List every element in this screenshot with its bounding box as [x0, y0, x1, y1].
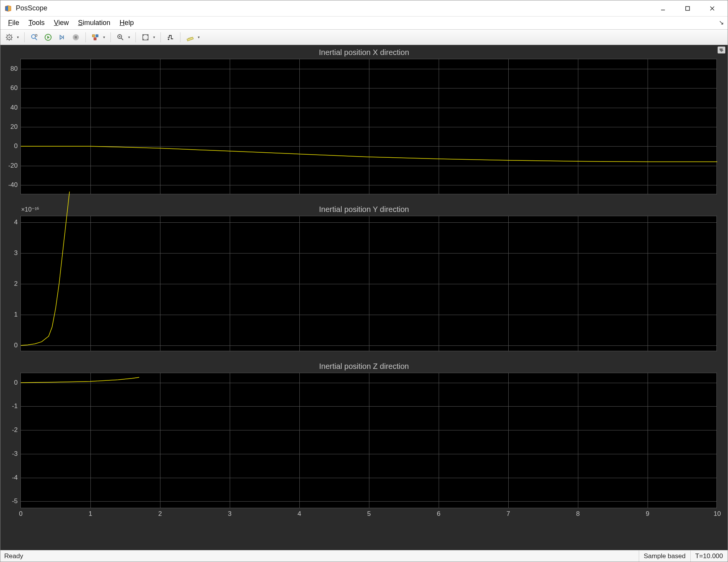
run-button[interactable] — [42, 32, 54, 43]
svg-rect-26 — [94, 38, 96, 40]
chevron-down-icon: ▾ — [196, 35, 201, 39]
y-tick-label: -2 — [12, 426, 21, 434]
x-tick-label: 8 — [576, 508, 579, 518]
x-tick-label: 1 — [88, 508, 92, 518]
y-tick-label: 3 — [14, 249, 21, 257]
x-tick-label: 6 — [437, 508, 440, 518]
menu-simulation[interactable]: Simulation — [73, 17, 115, 28]
signal-selector-button[interactable] — [165, 32, 176, 43]
status-bar: Ready Sample based T=10.000 — [0, 550, 728, 562]
svg-rect-2 — [686, 7, 690, 10]
step-forward-button[interactable] — [56, 32, 68, 43]
svg-line-11 — [7, 35, 7, 35]
chevron-down-icon: ▾ — [126, 35, 132, 39]
maximize-button[interactable] — [675, 0, 700, 17]
find-signal-button[interactable] — [28, 32, 40, 43]
gear-icon — [3, 32, 15, 43]
svg-marker-19 — [47, 36, 50, 39]
signal-trace — [21, 373, 716, 508]
configure-button[interactable]: ▾ — [3, 32, 20, 43]
svg-point-6 — [8, 37, 10, 38]
blocks-icon — [90, 32, 101, 43]
plot-panel[interactable]: Inertial position X direction-40-2002040… — [0, 45, 728, 550]
signal-trace — [21, 216, 716, 351]
y-tick-label: 60 — [10, 84, 21, 92]
chevron-down-icon: ▾ — [151, 35, 157, 39]
measurements-button[interactable]: ▾ — [184, 32, 201, 43]
close-button[interactable] — [700, 0, 725, 17]
y-tick-label: -5 — [12, 497, 21, 505]
stop-button[interactable] — [70, 32, 82, 43]
y-tick-label: 4 — [14, 218, 21, 226]
toolbar-separator — [135, 32, 136, 42]
window-title: PosScope — [16, 4, 47, 12]
svg-line-12 — [11, 39, 12, 40]
menu-bar: File Tools View Simulation Help ↘ — [0, 17, 728, 30]
axis-exponent: ×10⁻¹⁶ — [21, 206, 39, 213]
dock-arrow-icon[interactable]: ↘ — [719, 19, 724, 26]
menu-view[interactable]: View — [49, 17, 73, 28]
x-tick-label: 7 — [506, 508, 510, 518]
svg-point-15 — [32, 35, 35, 38]
chart-title: Inertial position Y direction — [0, 205, 728, 214]
x-tick-label: 10 — [714, 508, 721, 518]
ruler-icon — [184, 32, 196, 43]
toolbar-separator — [85, 32, 86, 42]
svg-rect-25 — [96, 35, 98, 37]
y-tick-label: 1 — [14, 311, 21, 319]
svg-rect-23 — [75, 36, 77, 38]
svg-line-34 — [189, 38, 189, 38]
menu-file[interactable]: File — [3, 17, 24, 28]
x-tick-label: 3 — [228, 508, 231, 518]
chart-title: Inertial position X direction — [0, 48, 728, 57]
menu-help[interactable]: Help — [115, 17, 139, 28]
chevron-down-icon: ▾ — [15, 35, 20, 39]
y-tick-label: -40 — [8, 181, 21, 189]
status-sample: Sample based — [639, 550, 690, 562]
svg-line-16 — [35, 38, 37, 40]
toolbar: ▾ ▾ ▾ ▾ ▾ — [0, 30, 728, 45]
toolbar-separator — [110, 32, 111, 42]
zoom-icon — [115, 32, 126, 43]
svg-line-13 — [11, 35, 12, 35]
y-tick-label: 2 — [14, 280, 21, 288]
svg-point-32 — [168, 38, 169, 40]
chart-title: Inertial position Z direction — [0, 362, 728, 371]
x-tick-label: 4 — [297, 508, 301, 518]
title-bar: PosScope — [0, 0, 728, 17]
y-tick-label: 0 — [14, 379, 21, 387]
status-time: T=10.000 — [690, 550, 728, 562]
chart-axes[interactable]: 012345678910-5-4-3-2-10 — [20, 373, 717, 508]
status-ready: Ready — [0, 552, 639, 560]
svg-rect-33 — [187, 37, 194, 41]
minimize-button[interactable] — [651, 0, 675, 17]
y-tick-label: 40 — [10, 104, 21, 112]
app-icon — [3, 4, 13, 13]
autoscale-icon — [140, 32, 151, 43]
chart-axes[interactable]: 01234 — [20, 216, 717, 351]
y-tick-label: -4 — [12, 474, 21, 482]
chevron-down-icon: ▾ — [101, 35, 107, 39]
svg-rect-24 — [92, 35, 95, 37]
autoscale-button[interactable]: ▾ — [140, 32, 157, 43]
svg-line-14 — [7, 39, 7, 40]
y-tick-label: -1 — [12, 402, 21, 410]
zoom-button[interactable]: ▾ — [115, 32, 132, 43]
signal-trace — [21, 59, 716, 194]
y-tick-label: -3 — [12, 450, 21, 458]
highlight-block-button[interactable]: ▾ — [90, 32, 107, 43]
svg-point-17 — [35, 34, 37, 36]
x-tick-label: 0 — [19, 508, 22, 518]
chart-axes[interactable]: -40-20020406080 — [20, 59, 717, 194]
toolbar-separator — [160, 32, 161, 42]
y-tick-label: -20 — [8, 162, 21, 170]
toolbar-separator — [180, 32, 180, 42]
y-tick-label: 0 — [14, 142, 21, 150]
menu-tools[interactable]: Tools — [24, 17, 49, 28]
y-tick-label: 20 — [10, 123, 21, 131]
y-tick-label: 0 — [14, 342, 21, 349]
toolbar-separator — [24, 32, 25, 42]
y-tick-label: 80 — [10, 65, 21, 73]
x-tick-label: 9 — [646, 508, 649, 518]
x-tick-label: 5 — [367, 508, 371, 518]
